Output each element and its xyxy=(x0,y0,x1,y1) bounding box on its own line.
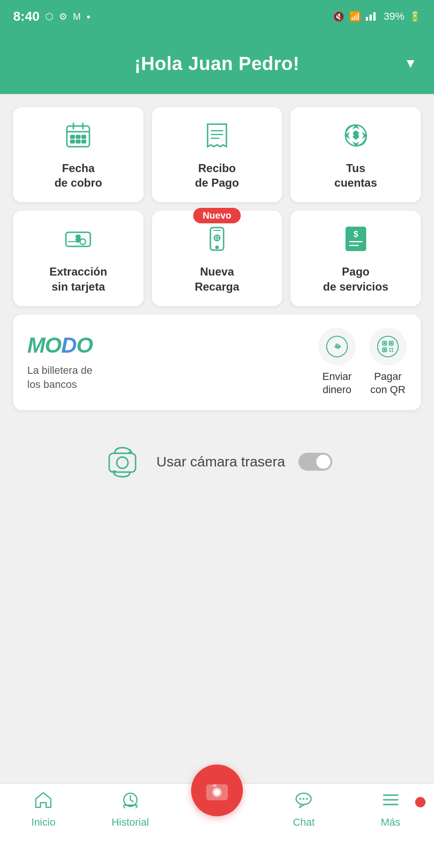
receipt-icon xyxy=(203,121,231,153)
svg-rect-44 xyxy=(390,342,392,344)
nav-chat[interactable]: Chat xyxy=(260,791,347,829)
invoice-icon: $ xyxy=(342,225,370,257)
status-left: 8:40 ⬡ ⚙ M ● xyxy=(13,9,90,24)
menu-icon xyxy=(382,791,400,813)
status-time: 8:40 xyxy=(13,9,40,24)
enviar-dinero-label: Enviardinero xyxy=(322,370,352,397)
cards-row2: $ Extracciónsin tarjeta Nuevo xyxy=(13,211,421,306)
home-icon xyxy=(34,791,52,813)
svg-rect-7 xyxy=(71,135,74,138)
svg-rect-40 xyxy=(392,348,393,349)
modo-subtitle: La billetera delos bancos xyxy=(27,363,309,393)
nav-inicio-label: Inicio xyxy=(32,816,56,829)
extraccion-label: Extracciónsin tarjeta xyxy=(49,264,107,293)
card-recibo-pago[interactable]: Recibode Pago xyxy=(152,107,282,202)
svg-rect-53 xyxy=(123,805,137,806)
nav-mas[interactable]: Más xyxy=(347,791,434,829)
svg-point-35 xyxy=(378,336,398,357)
modo-card[interactable]: MODO La billetera delos bancos $ Enviard… xyxy=(13,315,421,410)
camera-toggle[interactable] xyxy=(298,453,332,471)
history-icon xyxy=(121,791,139,813)
camera-text: Usar cámara trasera xyxy=(156,454,285,470)
svg-rect-11 xyxy=(76,140,80,143)
nav-historial[interactable]: Historial xyxy=(87,791,173,829)
modo-logo: MODO xyxy=(27,332,309,358)
dropdown-icon[interactable]: ▼ xyxy=(404,56,417,71)
svg-line-54 xyxy=(123,806,125,808)
svg-point-59 xyxy=(306,798,308,800)
card-tus-cuentas[interactable]: $ Tuscuentas xyxy=(290,107,421,202)
pagar-qr-action[interactable]: Pagarcon QR xyxy=(369,328,407,397)
modo-actions: $ Enviardinero xyxy=(318,328,407,397)
main-content: Fechade cobro Recibode Pago $ xyxy=(0,94,434,783)
greeting-title: ¡Hola Juan Pedro! xyxy=(135,53,300,74)
svg-rect-2 xyxy=(373,12,376,21)
card-fecha-cobro[interactable]: Fechade cobro xyxy=(13,107,144,202)
svg-rect-43 xyxy=(384,342,386,344)
nav-mas-label: Más xyxy=(381,816,401,829)
svg-rect-39 xyxy=(389,348,391,349)
dot-icon: ● xyxy=(87,13,90,20)
svg-rect-10 xyxy=(71,140,74,143)
card-extraccion[interactable]: $ Extracciónsin tarjeta xyxy=(13,211,144,306)
svg-rect-51 xyxy=(213,784,217,787)
modo-logo-text: MODO xyxy=(27,332,93,358)
money-cycle-icon: $ xyxy=(342,121,370,153)
svg-point-47 xyxy=(117,457,128,468)
svg-rect-42 xyxy=(392,350,393,352)
nuevo-badge: Nuevo xyxy=(193,208,241,223)
fecha-cobro-label: Fechade cobro xyxy=(55,161,102,190)
card-pago-servicios[interactable]: $ Pagode servicios xyxy=(290,211,421,306)
camera-section: Usar cámara trasera xyxy=(13,421,421,497)
nav-inicio[interactable]: Inicio xyxy=(0,791,87,829)
svg-rect-9 xyxy=(82,135,86,138)
svg-text:$: $ xyxy=(353,130,358,140)
tus-cuentas-label: Tuscuentas xyxy=(334,161,377,190)
app-header: ¡Hola Juan Pedro! ▼ xyxy=(0,33,434,94)
qr-code-icon xyxy=(369,328,407,365)
svg-point-24 xyxy=(216,246,218,249)
svg-point-58 xyxy=(303,798,305,800)
chat-icon xyxy=(295,791,313,813)
modo-logo-section: MODO La billetera delos bancos xyxy=(27,332,309,393)
wifi-icon: 📶 xyxy=(349,11,361,22)
gmail-icon: M xyxy=(73,11,81,22)
recibo-pago-label: Recibode Pago xyxy=(195,161,239,190)
pago-servicios-label: Pagode servicios xyxy=(323,264,388,293)
svg-rect-46 xyxy=(109,453,136,472)
usb-icon: ⬡ xyxy=(45,11,53,22)
signal-icon xyxy=(366,10,379,23)
mas-notification-dot xyxy=(415,797,426,807)
nueva-recarga-label: NuevaRecarga xyxy=(195,264,240,293)
mute-icon: 🔇 xyxy=(333,11,345,22)
cash-card-icon: $ xyxy=(64,225,92,257)
nav-historial-label: Historial xyxy=(112,816,149,829)
svg-point-50 xyxy=(214,789,220,795)
nav-chat-label: Chat xyxy=(293,816,314,829)
phone-recharge-icon xyxy=(203,225,231,257)
svg-rect-0 xyxy=(366,17,368,21)
svg-rect-8 xyxy=(76,135,80,138)
battery-level: 39% xyxy=(384,10,404,23)
svg-point-21 xyxy=(80,239,86,245)
toggle-knob xyxy=(316,455,330,469)
svg-rect-45 xyxy=(384,349,386,351)
settings-icon: ⚙ xyxy=(59,11,67,22)
camera-fab-button[interactable] xyxy=(191,765,243,816)
svg-text:$: $ xyxy=(354,229,358,239)
enviar-dinero-action[interactable]: $ Enviardinero xyxy=(318,328,356,397)
cards-row1: Fechade cobro Recibode Pago $ xyxy=(13,107,421,202)
svg-rect-12 xyxy=(82,140,86,143)
svg-point-57 xyxy=(299,798,301,800)
battery-icon: 🔋 xyxy=(409,11,421,22)
camera-rotate-icon xyxy=(102,440,143,483)
svg-rect-1 xyxy=(370,15,372,21)
status-right: 🔇 📶 39% 🔋 xyxy=(333,10,421,23)
status-bar: 8:40 ⬡ ⚙ M ● 🔇 📶 39% 🔋 xyxy=(0,0,434,33)
send-money-icon: $ xyxy=(318,328,356,365)
calendar-icon xyxy=(64,121,92,153)
svg-rect-41 xyxy=(389,350,391,352)
svg-line-55 xyxy=(136,806,137,808)
pagar-qr-label: Pagarcon QR xyxy=(370,370,406,397)
card-nueva-recarga[interactable]: Nuevo NuevaRecarga xyxy=(152,211,282,306)
